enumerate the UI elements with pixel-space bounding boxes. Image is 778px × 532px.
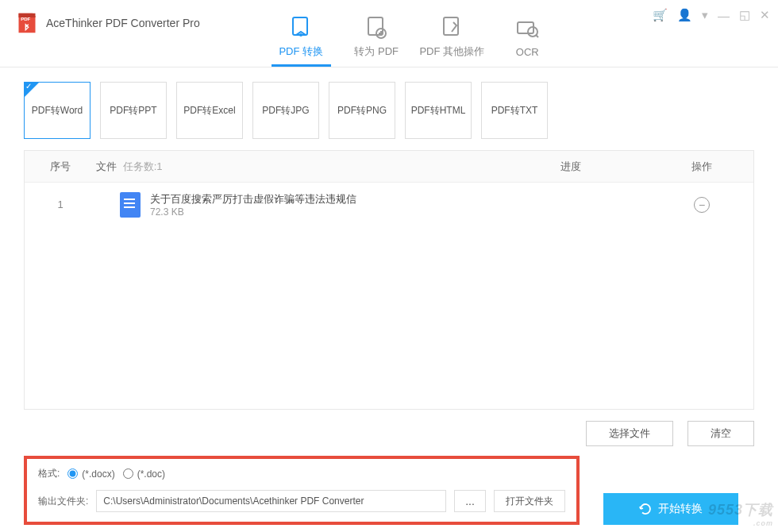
maximize-icon[interactable]: ◱ bbox=[739, 8, 750, 22]
clear-button[interactable]: 清空 bbox=[687, 421, 754, 446]
header: PDF AceThinker PDF Converter Pro PDF 转换 … bbox=[0, 0, 778, 67]
open-folder-button[interactable]: 打开文件夹 bbox=[494, 490, 565, 512]
bottom-panel: 格式: (*.docx) (*.doc) 输出文件夹: ... 打开文件夹 开始… bbox=[0, 456, 778, 532]
tab-pdf-convert[interactable]: PDF 转换 bbox=[264, 0, 339, 67]
tab-pdf-other[interactable]: PDF 其他操作 bbox=[414, 0, 490, 67]
pdf-convert-icon bbox=[288, 14, 314, 40]
format-line: 格式: (*.docx) (*.doc) bbox=[38, 467, 565, 480]
table-header: 序号 文件 任务数:1 进度 操作 bbox=[25, 151, 753, 183]
format-tile-txt[interactable]: PDF转TXT bbox=[481, 82, 548, 139]
doc-icon bbox=[120, 192, 141, 218]
radio-docx-input[interactable] bbox=[67, 468, 78, 479]
close-icon[interactable]: ✕ bbox=[760, 8, 770, 22]
tab-label: 转为 PDF bbox=[354, 44, 399, 59]
blank-area bbox=[25, 226, 753, 409]
output-line: 输出文件夹: ... 打开文件夹 bbox=[38, 490, 565, 512]
main-tabs: PDF 转换 转为 PDF PDF 其他操作 OCR bbox=[264, 0, 565, 67]
radio-doc-input[interactable] bbox=[123, 468, 133, 479]
window-controls: 🛒 👤 ▾ — ◱ ✕ bbox=[653, 8, 770, 22]
table-row: 1 关于百度搜索严厉打击虚假诈骗等违法违规信 72.3 KB − bbox=[25, 183, 753, 226]
select-file-button[interactable]: 选择文件 bbox=[586, 421, 673, 446]
col-header-index: 序号 bbox=[25, 160, 96, 174]
pdf-other-icon bbox=[439, 14, 464, 40]
dropdown-icon[interactable]: ▾ bbox=[702, 8, 708, 22]
format-label: 格式: bbox=[38, 467, 60, 480]
task-count: 任务数:1 bbox=[120, 160, 163, 172]
file-table: 序号 文件 任务数:1 进度 操作 1 关于百度搜索严厉打击虚假诈骗等违法违规信… bbox=[24, 150, 754, 410]
ocr-icon bbox=[514, 16, 540, 41]
tab-label: OCR bbox=[516, 46, 539, 58]
svg-text:PDF: PDF bbox=[21, 16, 30, 21]
browse-button[interactable]: ... bbox=[454, 490, 486, 512]
col-header-action: 操作 bbox=[650, 160, 753, 174]
format-tile-ppt[interactable]: PDF转PPT bbox=[100, 82, 167, 139]
format-tile-png[interactable]: PDF转PNG bbox=[329, 82, 395, 139]
app-title: AceThinker PDF Converter Pro bbox=[46, 17, 200, 29]
file-cell: 关于百度搜索严厉打击虚假诈骗等违法违规信 72.3 KB bbox=[96, 192, 491, 218]
format-tile-jpg[interactable]: PDF转JPG bbox=[252, 82, 319, 139]
file-info: 关于百度搜索严厉打击虚假诈骗等违法违规信 72.3 KB bbox=[150, 192, 356, 218]
tab-ocr[interactable]: OCR bbox=[490, 0, 565, 67]
row-index: 1 bbox=[25, 199, 96, 210]
radio-docx[interactable]: (*.docx) bbox=[67, 468, 114, 480]
remove-button[interactable]: − bbox=[694, 197, 710, 213]
minimize-icon[interactable]: — bbox=[718, 9, 730, 22]
start-convert-button[interactable]: 开始转换 bbox=[603, 493, 738, 525]
format-tile-word[interactable]: PDF转Word bbox=[24, 82, 91, 139]
format-tile-excel[interactable]: PDF转Excel bbox=[176, 82, 243, 139]
to-pdf-icon bbox=[364, 14, 389, 40]
row-action: − bbox=[650, 197, 753, 213]
tab-label: PDF 转换 bbox=[279, 44, 323, 59]
filesize: 72.3 KB bbox=[150, 206, 356, 218]
tab-to-pdf[interactable]: 转为 PDF bbox=[339, 0, 414, 67]
output-path-input[interactable] bbox=[96, 490, 446, 512]
refresh-icon bbox=[639, 503, 652, 515]
radio-doc[interactable]: (*.doc) bbox=[123, 468, 165, 480]
col-header-file: 文件 任务数:1 bbox=[96, 160, 491, 174]
format-tile-html[interactable]: PDF转HTML bbox=[405, 82, 472, 139]
format-tiles-row: PDF转Word PDF转PPT PDF转Excel PDF转JPG PDF转P… bbox=[0, 67, 778, 150]
app-logo-icon: PDF bbox=[16, 12, 38, 34]
logo-area: PDF AceThinker PDF Converter Pro bbox=[0, 0, 216, 46]
user-icon[interactable]: 👤 bbox=[677, 8, 692, 22]
col-header-progress: 进度 bbox=[491, 160, 650, 174]
settings-box: 格式: (*.docx) (*.doc) 输出文件夹: ... 打开文件夹 bbox=[24, 456, 580, 525]
output-label: 输出文件夹: bbox=[38, 495, 88, 508]
cart-icon[interactable]: 🛒 bbox=[653, 8, 668, 22]
tab-label: PDF 其他操作 bbox=[419, 44, 484, 59]
action-buttons: 选择文件 清空 bbox=[0, 410, 778, 456]
filename: 关于百度搜索严厉打击虚假诈骗等违法违规信 bbox=[150, 192, 356, 206]
svg-point-3 bbox=[299, 33, 302, 37]
